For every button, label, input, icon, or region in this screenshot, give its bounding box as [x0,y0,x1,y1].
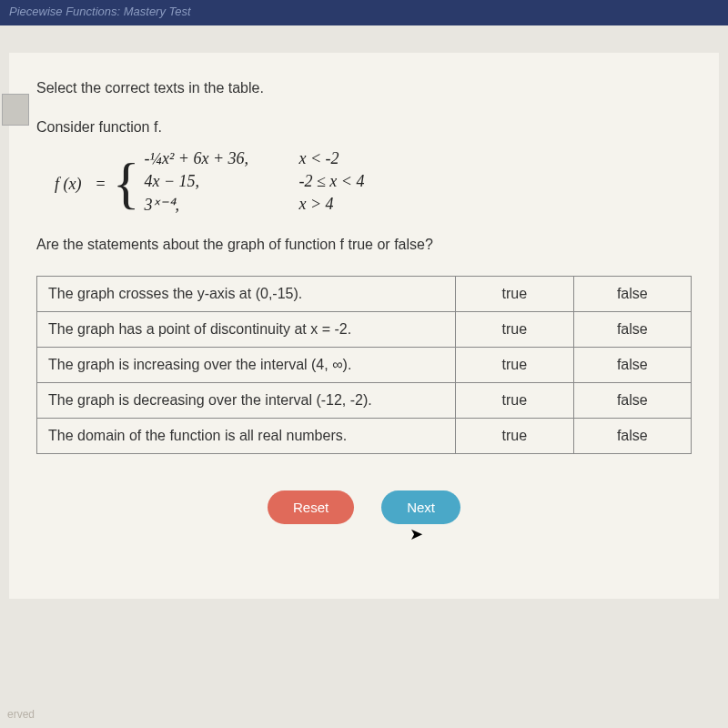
true-cell[interactable]: true [456,277,573,312]
left-brace: { [113,161,140,207]
subtitle-text: Consider function f. [36,119,692,136]
piece-cond: -2 ≤ x < 4 [298,172,364,191]
table-row: The graph crosses the y-axis at (0,-15).… [37,277,692,312]
footer-text: erved [7,708,35,721]
piece-row: -¼x² + 6x + 36, x < -2 [144,149,364,168]
true-cell[interactable]: true [456,312,573,348]
table-row: The graph has a point of discontinuity a… [37,312,692,348]
pieces-block: -¼x² + 6x + 36, x < -2 4x − 15, -2 ≤ x <… [144,149,364,218]
table-row: The graph is decreasing over the interva… [37,383,692,419]
false-cell[interactable]: false [573,312,691,348]
piece-cond: x < -2 [298,149,339,168]
header-title: Piecewise Functions: Mastery Test [9,5,191,18]
true-cell[interactable]: true [456,348,573,383]
piece-expr: -¼x² + 6x + 36, [144,149,298,168]
table-row: The graph is increasing over the interva… [37,348,692,383]
statement-cell: The graph is increasing over the interva… [37,348,456,383]
fx-label: f (x) [55,175,81,194]
function-definition: f (x) = { -¼x² + 6x + 36, x < -2 4x − 15… [36,149,692,218]
instruction-text: Select the correct texts in the table. [36,80,692,96]
statement-cell: The graph has a point of discontinuity a… [37,312,456,348]
piece-row: 4x − 15, -2 ≤ x < 4 [144,172,364,191]
false-cell[interactable]: false [573,419,691,454]
reset-button[interactable]: Reset [268,490,354,524]
cursor-icon: ➤ [410,524,423,544]
statement-cell: The domain of the function is all real n… [37,419,456,454]
statements-table: The graph crosses the y-axis at (0,-15).… [36,276,692,454]
true-cell[interactable]: true [456,419,573,454]
true-cell[interactable]: true [456,383,573,419]
statement-cell: The graph is decreasing over the interva… [37,383,456,419]
false-cell[interactable]: false [573,277,691,312]
piece-expr: 3ˣ⁻⁴, [144,195,298,215]
table-row: The domain of the function is all real n… [37,419,692,454]
piece-row: 3ˣ⁻⁴, x > 4 [144,195,364,215]
button-row: Reset Next [36,490,692,524]
false-cell[interactable]: false [573,383,691,419]
content-panel: Select the correct texts in the table. C… [9,53,719,599]
piece-expr: 4x − 15, [144,172,298,191]
next-button[interactable]: Next [381,490,460,524]
false-cell[interactable]: false [573,348,691,383]
piece-cond: x > 4 [298,195,333,215]
header-bar: Piecewise Functions: Mastery Test [0,0,728,25]
question-text: Are the statements about the graph of fu… [36,237,692,253]
equals: = [96,175,105,194]
statement-cell: The graph crosses the y-axis at (0,-15). [37,277,456,312]
side-tab[interactable] [2,94,29,126]
